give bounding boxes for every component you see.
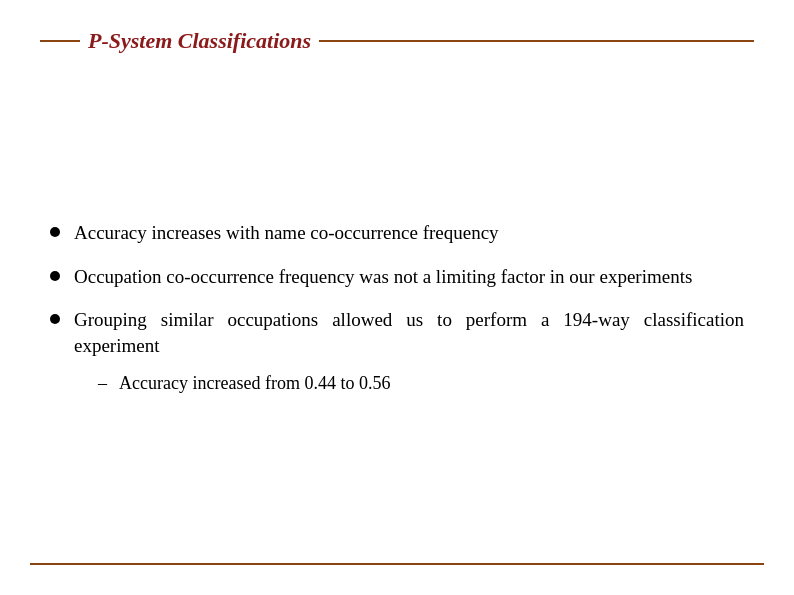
bullet-dot-3	[50, 314, 60, 324]
title-left-line	[40, 40, 80, 42]
bullet-text-1: Accuracy increases with name co-occurren…	[74, 220, 744, 246]
bullet-list: Accuracy increases with name co-occurren…	[50, 220, 744, 395]
list-item: Occupation co-occurrence frequency was n…	[50, 264, 744, 290]
list-item: – Accuracy increased from 0.44 to 0.56	[98, 371, 744, 395]
sub-bullet-list: – Accuracy increased from 0.44 to 0.56	[98, 371, 744, 395]
bottom-border	[30, 563, 764, 565]
title-right-line	[319, 40, 754, 42]
bullet-dot-2	[50, 271, 60, 281]
list-item: Accuracy increases with name co-occurren…	[50, 220, 744, 246]
slide-title: P-System Classifications	[80, 28, 319, 54]
content-area: Accuracy increases with name co-occurren…	[50, 80, 744, 535]
sub-bullet-text-1: Accuracy increased from 0.44 to 0.56	[119, 371, 744, 395]
bullet-text-2: Occupation co-occurrence frequency was n…	[74, 264, 744, 290]
title-area: P-System Classifications	[40, 28, 754, 54]
list-item: Grouping similar occupations allowed us …	[50, 307, 744, 395]
slide: P-System Classifications Accuracy increa…	[0, 0, 794, 595]
bullet-dot-1	[50, 227, 60, 237]
sub-bullet-dash: –	[98, 371, 107, 395]
bullet-text-3: Grouping similar occupations allowed us …	[74, 307, 744, 358]
